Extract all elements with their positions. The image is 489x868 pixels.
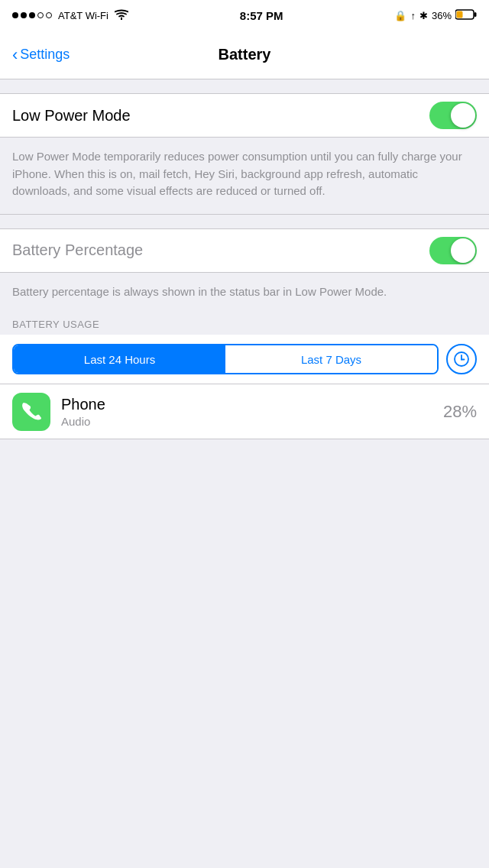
segment-last-7-days[interactable]: Last 7 Days: [225, 345, 437, 373]
segmented-control-wrapper: Last 24 Hours Last 7 Days: [0, 335, 489, 384]
dot-4: [37, 12, 44, 18]
back-button[interactable]: ‹ Settings: [12, 47, 70, 63]
battery-percentage-row: Battery Percentage: [0, 229, 489, 272]
gap-2: [0, 215, 489, 228]
nav-bar: ‹ Settings Battery: [0, 31, 489, 79]
segmented-control: Last 24 Hours Last 7 Days: [12, 344, 439, 374]
status-left: AT&T Wi-Fi: [12, 9, 128, 22]
status-right: 🔒 ↑ ✱ 36%: [394, 9, 477, 22]
phone-app-name: Phone: [61, 396, 443, 413]
clock-icon: [453, 351, 470, 368]
battery-percentage-desc-text: Battery percentage is always shown in th…: [12, 285, 387, 298]
status-time: 8:57 PM: [240, 9, 283, 22]
back-chevron-icon: ‹: [12, 47, 18, 63]
battery-percentage-toggle[interactable]: [429, 237, 477, 264]
status-bar: AT&T Wi-Fi 8:57 PM 🔒 ↑ ✱ 36%: [0, 0, 489, 31]
battery-icon: [455, 9, 477, 22]
dot-3: [29, 12, 35, 18]
location-icon: ↑: [410, 10, 416, 21]
carrier-label: AT&T Wi-Fi: [58, 10, 108, 21]
low-power-mode-desc-text: Low Power Mode temporarily reduces power…: [12, 150, 462, 197]
page-title: Battery: [219, 46, 271, 63]
segment-last-24-hours[interactable]: Last 24 Hours: [14, 345, 225, 373]
back-label: Settings: [20, 47, 70, 63]
battery-percentage-description: Battery percentage is always shown in th…: [0, 273, 489, 312]
gap-1: [0, 79, 489, 93]
phone-app-icon: [12, 393, 50, 431]
svg-rect-2: [457, 11, 463, 18]
phone-app-percent: 28%: [443, 402, 477, 422]
dot-1: [12, 12, 18, 18]
low-power-mode-label: Low Power Mode: [12, 107, 131, 125]
low-power-mode-toggle[interactable]: [429, 102, 477, 129]
app-row-phone: Phone Audio 28%: [0, 384, 489, 439]
battery-percent: 36%: [432, 10, 452, 21]
toggle-knob: [451, 103, 475, 128]
low-power-mode-row: Low Power Mode: [0, 94, 489, 137]
phone-icon: [19, 400, 44, 424]
lock-icon: 🔒: [394, 10, 406, 21]
battery-percentage-section: Battery Percentage: [0, 228, 489, 273]
dot-2: [21, 12, 27, 18]
battery-toggle-knob: [451, 238, 475, 263]
signal-dots: [12, 12, 52, 18]
phone-app-subtitle: Audio: [61, 415, 443, 428]
low-power-mode-section: Low Power Mode: [0, 93, 489, 138]
low-power-mode-description: Low Power Mode temporarily reduces power…: [0, 138, 489, 215]
svg-rect-1: [474, 12, 477, 17]
battery-percentage-label: Battery Percentage: [12, 241, 143, 259]
bluetooth-icon: ✱: [419, 10, 428, 21]
dot-5: [46, 12, 52, 18]
battery-usage-header: BATTERY USAGE: [0, 311, 489, 335]
phone-app-info: Phone Audio: [61, 396, 443, 428]
wifi-icon: [115, 9, 128, 22]
clock-button[interactable]: [446, 344, 477, 374]
